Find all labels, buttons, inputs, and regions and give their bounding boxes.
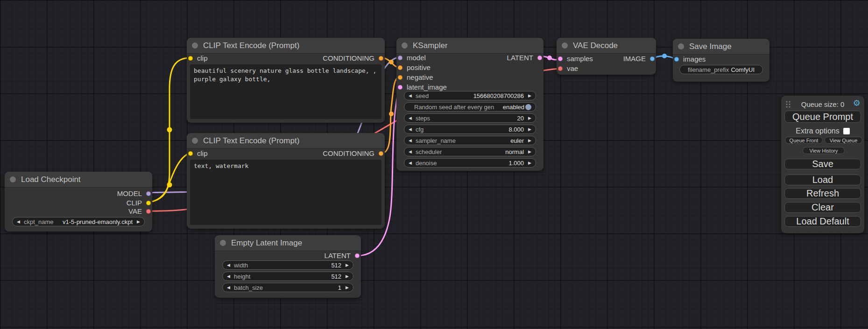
samples-input-port[interactable] — [558, 56, 563, 61]
right-arrow-icon[interactable]: ▶ — [346, 286, 349, 290]
left-arrow-icon[interactable]: ◀ — [409, 94, 412, 98]
widget-label: cfg — [416, 126, 423, 133]
queue-size-label: Queue size: 0 — [781, 100, 864, 108]
node-empty-latent-image[interactable]: Empty Latent Image LATENT ◀ width 512 ▶ … — [215, 235, 361, 298]
node-vae-decode[interactable]: VAE Decode samples vae IMAGE — [557, 38, 656, 75]
extra-options-checkbox[interactable] — [843, 128, 850, 134]
right-arrow-icon[interactable]: ▶ — [528, 127, 531, 132]
left-arrow-icon[interactable]: ◀ — [227, 286, 230, 290]
right-arrow-icon[interactable]: ▶ — [528, 94, 531, 98]
input-label: images — [683, 55, 706, 63]
denoise-widget[interactable]: ◀ denoise 1.000 ▶ — [404, 158, 536, 168]
positive-prompt-textarea[interactable]: beautiful scenery nature glass bottle la… — [190, 64, 381, 119]
node-title-bar[interactable]: CLIP Text Encode (Prompt) — [187, 133, 385, 149]
latent-output-port[interactable] — [537, 56, 542, 60]
collapse-dot[interactable] — [402, 42, 408, 49]
steps-widget[interactable]: ◀ steps 20 ▶ — [404, 113, 536, 123]
conditioning-output-port[interactable] — [379, 151, 383, 156]
random-seed-toggle-widget[interactable]: Random seed after every gen enabled — [404, 102, 536, 112]
gear-icon[interactable]: ⚙ — [853, 98, 861, 108]
batch-size-widget[interactable]: ◀ batch_size 1 ▶ — [222, 283, 353, 292]
clip-input-port[interactable] — [188, 151, 193, 156]
left-arrow-icon[interactable]: ◀ — [409, 150, 412, 154]
collapse-dot[interactable] — [220, 240, 226, 246]
ckpt-name-widget[interactable]: ◀ ckpt_name v1-5-pruned-emaonly.ckpt ▶ — [12, 217, 145, 226]
right-arrow-icon[interactable]: ▶ — [346, 274, 349, 279]
vae-output-port[interactable] — [146, 209, 151, 214]
collapse-dot[interactable] — [10, 176, 16, 182]
node-clip-text-encode-negative[interactable]: CLIP Text Encode (Prompt) clip CONDITION… — [187, 133, 385, 229]
output-label: IMAGE — [623, 55, 646, 63]
right-arrow-icon[interactable]: ▶ — [528, 161, 531, 165]
images-input-port[interactable] — [674, 57, 679, 62]
image-output-port[interactable] — [650, 56, 655, 61]
node-title-bar[interactable]: Load Checkpoint — [5, 172, 152, 188]
clip-output-port[interactable] — [146, 201, 151, 205]
link-dot[interactable] — [389, 60, 394, 64]
node-title-bar[interactable]: VAE Decode — [557, 38, 656, 54]
left-arrow-icon[interactable]: ◀ — [227, 263, 230, 267]
left-arrow-icon[interactable]: ◀ — [409, 161, 412, 165]
node-title-bar[interactable]: KSampler — [396, 38, 543, 54]
negative-input-port[interactable] — [398, 75, 402, 80]
collapse-dot[interactable] — [562, 42, 568, 49]
collapse-dot[interactable] — [678, 43, 684, 49]
node-title-bar[interactable]: Empty Latent Image — [215, 235, 361, 251]
right-arrow-icon[interactable]: ▶ — [528, 150, 531, 154]
right-arrow-icon[interactable]: ▶ — [346, 263, 349, 267]
left-arrow-icon[interactable]: ◀ — [227, 274, 230, 279]
node-load-checkpoint[interactable]: Load Checkpoint MODEL CLIP VAE ◀ ckpt_na… — [5, 172, 152, 231]
left-arrow-icon[interactable]: ◀ — [409, 139, 412, 143]
link-dot[interactable] — [167, 127, 172, 133]
output-image: IMAGE — [623, 54, 655, 63]
right-arrow-icon[interactable]: ▶ — [528, 116, 531, 120]
width-widget[interactable]: ◀ width 512 ▶ — [222, 260, 353, 270]
node-ksampler[interactable]: KSampler model positive negative latent_… — [396, 38, 543, 171]
save-button[interactable]: Save — [784, 159, 861, 169]
sampler-name-widget[interactable]: ◀ sampler_name euler ▶ — [404, 136, 536, 145]
output-label: VAE — [128, 207, 142, 215]
view-history-button[interactable]: View History — [803, 147, 845, 154]
node-title-bar[interactable]: CLIP Text Encode (Prompt) — [187, 38, 385, 54]
latent-output-port[interactable] — [355, 253, 360, 258]
link-dot[interactable] — [389, 112, 394, 116]
collapse-dot[interactable] — [192, 42, 198, 49]
widget-label: width — [234, 262, 248, 269]
node-title-bar[interactable]: Save Image — [673, 39, 769, 55]
scheduler-widget[interactable]: ◀ scheduler normal ▶ — [404, 147, 536, 156]
cfg-widget[interactable]: ◀ cfg 8.000 ▶ — [404, 125, 536, 134]
clear-button[interactable]: Clear — [784, 202, 861, 213]
link-dot[interactable] — [547, 56, 552, 60]
positive-input-port[interactable] — [398, 65, 402, 70]
queue-front-button[interactable]: Queue Front — [785, 137, 823, 144]
model-output-port[interactable] — [146, 191, 151, 196]
queue-prompt-button[interactable]: Queue Prompt — [784, 111, 861, 123]
widget-value: enabled — [503, 104, 524, 111]
refresh-button[interactable]: Refresh — [784, 188, 861, 199]
link-dot[interactable] — [167, 182, 172, 188]
right-arrow-icon[interactable]: ▶ — [528, 139, 531, 143]
clip-input-port[interactable] — [188, 56, 193, 61]
right-arrow-icon[interactable]: ▶ — [137, 220, 140, 224]
vae-input-port[interactable] — [558, 66, 563, 71]
filename-prefix-widget[interactable]: filename_prefix ComfyUI — [679, 65, 763, 74]
collapse-dot[interactable] — [192, 138, 198, 144]
seed-widget[interactable]: ◀ seed 156680208700286 ▶ — [404, 91, 536, 100]
model-input-port[interactable] — [398, 56, 402, 60]
height-widget[interactable]: ◀ height 512 ▶ — [222, 272, 353, 281]
load-button[interactable]: Load — [784, 175, 861, 185]
toggle-circle-icon[interactable] — [525, 104, 531, 110]
node-clip-text-encode-positive[interactable]: CLIP Text Encode (Prompt) clip CONDITION… — [187, 38, 385, 123]
left-arrow-icon[interactable]: ◀ — [17, 220, 20, 224]
left-arrow-icon[interactable]: ◀ — [409, 116, 412, 120]
negative-prompt-textarea[interactable]: text, watermark — [190, 160, 381, 225]
link-dot[interactable] — [662, 54, 667, 58]
left-arrow-icon[interactable]: ◀ — [409, 127, 412, 132]
load-default-button[interactable]: Load Default — [784, 216, 861, 227]
input-model: model — [398, 53, 426, 63]
conditioning-output-port[interactable] — [379, 56, 383, 61]
node-save-image[interactable]: Save Image images filename_prefix ComfyU… — [673, 39, 769, 82]
comfyui-canvas[interactable]: { "colors": { "model": "#B39DDB", "clip"… — [0, 0, 868, 329]
latent-input-port[interactable] — [398, 85, 402, 90]
view-queue-button[interactable]: View Queue — [825, 137, 862, 144]
